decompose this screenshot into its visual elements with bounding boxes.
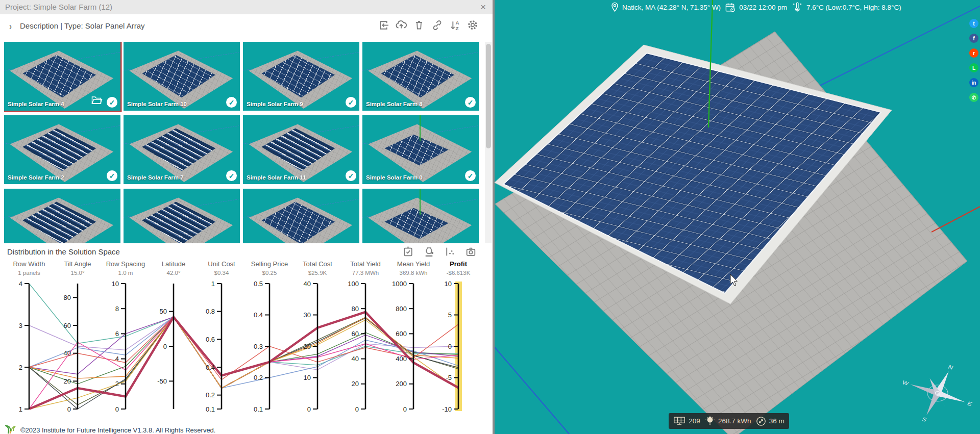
- screenshot-icon[interactable]: [464, 245, 477, 258]
- twitter-share-icon[interactable]: t: [969, 19, 978, 28]
- thumbnail-label: Simple Solar Farm 8: [366, 101, 423, 107]
- thumbnail-scrollbar[interactable]: [485, 42, 492, 243]
- svg-text:1: 1: [19, 405, 22, 413]
- svg-text:60: 60: [64, 322, 71, 329]
- expand-chevron-icon[interactable]: ›: [9, 20, 12, 31]
- svg-text:1: 1: [211, 280, 215, 288]
- svg-text:Z: Z: [455, 25, 458, 31]
- scene-canvas[interactable]: N S W E: [495, 0, 980, 434]
- social-share-column: t f r L in ✆: [969, 19, 978, 102]
- thumbnail-simple-solar-farm-0[interactable]: Simple Solar Farm 0 ✓: [362, 115, 479, 184]
- svg-text:$0.34: $0.34: [214, 270, 229, 276]
- thumbnail-simple-solar-farm-11[interactable]: Simple Solar Farm 11 ✓: [243, 115, 359, 184]
- thumbnail-simple-solar-farm-10[interactable]: Simple Solar Farm 10 ✓: [124, 42, 240, 111]
- parallel-coordinates-plot[interactable]: 4321Row Width1 panels806040200Tilt Angle…: [0, 258, 489, 422]
- svg-text:30: 30: [304, 311, 311, 319]
- thumbnail-label: Simple Solar Farm 11: [247, 174, 306, 181]
- delete-icon[interactable]: [412, 18, 426, 32]
- svg-text:15.0°: 15.0°: [71, 270, 85, 276]
- datetime-segment[interactable]: 03/22 12:00 pm: [725, 3, 787, 12]
- thumbnail-cropped-1[interactable]: [4, 189, 120, 243]
- link-icon[interactable]: [430, 18, 444, 32]
- whatsapp-share-icon[interactable]: ✆: [969, 93, 978, 102]
- thumbnail-simple-solar-farm-8[interactable]: Simple Solar Farm 8 ✓: [362, 42, 479, 111]
- cloud-upload-icon[interactable]: [395, 18, 408, 32]
- thumbnail-simple-solar-farm-4[interactable]: Simple Solar Farm 4 ✓: [4, 42, 120, 111]
- check-badge-icon[interactable]: ✓: [465, 170, 476, 181]
- lightbulb-icon: [705, 416, 715, 426]
- temperature-segment[interactable]: 7.6°C (Low:0.7°C, High: 8.8°C): [792, 2, 901, 12]
- select-designs-icon[interactable]: [401, 245, 414, 258]
- datetime-text: 03/22 12:00 pm: [739, 4, 787, 11]
- thumbnail-label: Simple Solar Farm 2: [8, 174, 64, 181]
- svg-text:10: 10: [112, 280, 119, 288]
- settings-icon[interactable]: [466, 18, 479, 32]
- project-title: Project: Simple Solar Farm (12): [5, 3, 112, 11]
- project-toolbar: A Z: [377, 18, 479, 32]
- svg-text:40: 40: [352, 355, 359, 363]
- svg-text:800: 800: [396, 305, 407, 313]
- temperature-text: 7.6°C (Low:0.7°C, High: 8.8°C): [806, 4, 901, 11]
- svg-text:2: 2: [115, 380, 119, 388]
- scatter-plot-icon[interactable]: [443, 245, 456, 258]
- scrollbar-thumb[interactable]: [486, 44, 491, 148]
- svg-text:0: 0: [355, 405, 359, 413]
- svg-text:0.2: 0.2: [254, 374, 263, 381]
- svg-text:-10: -10: [442, 405, 452, 413]
- check-badge-icon[interactable]: ✓: [226, 170, 237, 181]
- location-pin-icon: [611, 2, 619, 12]
- svg-text:0.4: 0.4: [254, 311, 263, 319]
- svg-text:1.0 m: 1.0 m: [118, 270, 133, 276]
- check-badge-icon[interactable]: ✓: [346, 170, 356, 181]
- svg-text:77.3 MWh: 77.3 MWh: [352, 270, 379, 276]
- svg-text:0.4: 0.4: [206, 364, 215, 371]
- line-share-icon[interactable]: L: [969, 63, 978, 72]
- energy-stat: 268.7 kWh: [705, 416, 751, 426]
- design-thumbnail-grid: Simple Solar Farm 4 ✓ Simple Solar Farm …: [4, 42, 482, 243]
- facebook-share-icon[interactable]: f: [969, 34, 978, 43]
- check-badge-icon[interactable]: ✓: [465, 97, 476, 108]
- thumbnail-simple-solar-farm-7[interactable]: Simple Solar Farm 7 ✓: [124, 115, 240, 184]
- svg-text:200: 200: [396, 380, 407, 388]
- svg-text:A: A: [455, 20, 459, 25]
- svg-text:Profit: Profit: [450, 260, 468, 268]
- svg-text:4: 4: [19, 280, 22, 288]
- check-badge-icon[interactable]: ✓: [107, 97, 117, 108]
- svg-text:0.1: 0.1: [206, 405, 215, 413]
- svg-text:Row Spacing: Row Spacing: [106, 260, 145, 268]
- solution-space-title: Distribution in the Solution Space: [7, 247, 120, 256]
- svg-text:40: 40: [304, 280, 311, 288]
- svg-text:0: 0: [448, 343, 452, 350]
- solar-panel-icon: [673, 416, 685, 426]
- svg-text:4: 4: [115, 355, 119, 363]
- linkedin-share-icon[interactable]: in: [969, 78, 978, 87]
- reddit-share-icon[interactable]: r: [969, 48, 978, 58]
- svg-text:Total Cost: Total Cost: [303, 260, 332, 268]
- svg-text:400: 400: [396, 355, 407, 363]
- panel-count-stat: 209: [673, 416, 700, 426]
- svg-text:42.0°: 42.0°: [167, 270, 181, 276]
- svg-text:0.5: 0.5: [254, 280, 263, 288]
- svg-text:0: 0: [307, 405, 311, 413]
- sort-az-icon[interactable]: A Z: [448, 18, 461, 32]
- location-segment[interactable]: Natick, MA (42.28° N, 71.35° W): [611, 2, 721, 12]
- thumb-axis-green: [420, 115, 421, 141]
- thumbnail-cropped-2[interactable]: [124, 189, 240, 243]
- svg-text:Latitude: Latitude: [162, 260, 185, 268]
- thumbnail-cropped-3[interactable]: [243, 189, 359, 243]
- check-badge-icon[interactable]: ✓: [107, 170, 117, 181]
- thumbnail-cropped-4[interactable]: [362, 189, 479, 243]
- close-icon[interactable]: ×: [480, 1, 486, 13]
- check-badge-icon[interactable]: ✓: [346, 97, 356, 108]
- calendar-icon: [725, 3, 736, 12]
- check-badge-icon[interactable]: ✓: [226, 97, 237, 108]
- viewer-3d[interactable]: N S W E Natick, MA (42.28° N, 71.35° W) …: [495, 0, 980, 434]
- energy-value: 268.7 kWh: [718, 417, 751, 425]
- svg-text:1000: 1000: [392, 280, 407, 288]
- import-design-icon[interactable]: [377, 18, 390, 32]
- svg-text:10: 10: [304, 374, 311, 381]
- description-text: Description | Type: Solar Panel Array: [20, 21, 145, 30]
- fill-style-icon[interactable]: [422, 245, 435, 258]
- thumbnail-simple-solar-farm-9[interactable]: Simple Solar Farm 9 ✓: [243, 42, 359, 111]
- thumbnail-simple-solar-farm-2[interactable]: Simple Solar Farm 2 ✓: [4, 115, 120, 184]
